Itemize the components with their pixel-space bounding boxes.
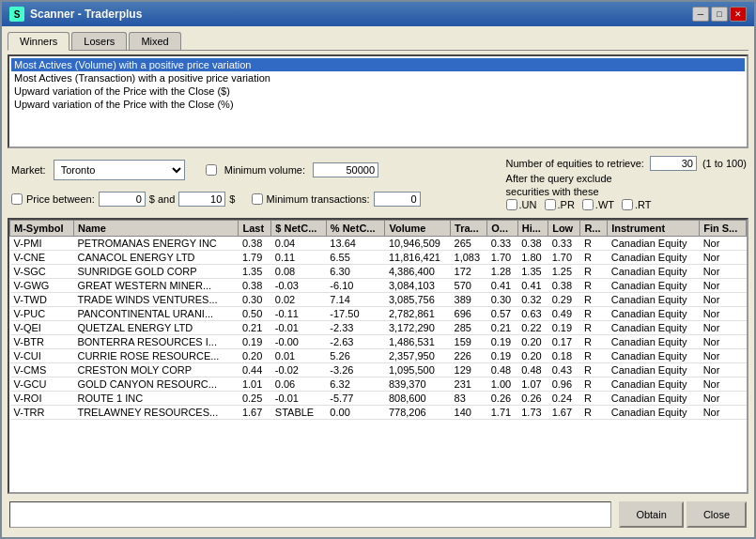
results-table-container[interactable]: M-Symbol Name Last $ NetC... % NetC... V…: [8, 218, 748, 494]
main-content: Winners Losers Mixed Most Actives (Volum…: [2, 26, 754, 537]
cell-row5-col4: -17.50: [326, 307, 385, 321]
cell-row11-col10: R: [580, 392, 608, 406]
tab-winners[interactable]: Winners: [8, 32, 69, 51]
cell-row10-col5: 839,370: [385, 377, 451, 392]
exclude-checkboxes: .UN .PR .WT: [506, 199, 747, 210]
cell-row8-col0: V-CUI: [10, 349, 74, 363]
cell-row6-col9: 0.19: [548, 321, 580, 335]
table-row[interactable]: V-SGCSUNRIDGE GOLD CORP1.350.086.304,386…: [10, 265, 747, 279]
cell-row3-col11: Canadian Equity: [608, 279, 700, 293]
cell-row10-col4: 6.32: [326, 377, 385, 392]
checkbox-wt[interactable]: [582, 199, 594, 210]
cell-row10-col6: 231: [451, 377, 487, 392]
scan-item-3[interactable]: Upward variation of the Price with the C…: [11, 98, 745, 111]
price-from-input[interactable]: [99, 192, 146, 207]
cell-row12-col7: 1.71: [487, 406, 517, 420]
cell-row9-col12: Nor: [700, 363, 747, 377]
label-un: .UN: [519, 199, 537, 210]
scan-item-1[interactable]: Most Actives (Transaction) with a positi…: [11, 71, 745, 85]
right-filters: Number of equities to retrieve: (1 to 10…: [506, 156, 747, 210]
table-row[interactable]: V-CMSCRESTON MOLY CORP0.44-0.02-3.261,09…: [10, 363, 747, 377]
min-transactions-checkbox[interactable]: [252, 193, 263, 205]
table-row[interactable]: V-PUCPANCONTINENTAL URANI...0.50-0.11-17…: [10, 307, 747, 321]
min-transactions-input[interactable]: [374, 192, 421, 207]
price-between-checkbox[interactable]: [11, 193, 23, 205]
cell-row5-col8: 0.63: [517, 307, 548, 321]
table-row[interactable]: V-ROIROUTE 1 INC0.25-0.01-5.77808,600830…: [10, 392, 747, 406]
cell-row9-col1: CRESTON MOLY CORP: [73, 363, 238, 377]
cell-row8-col2: 0.20: [239, 349, 271, 363]
minimize-button[interactable]: ─: [692, 7, 709, 22]
cb-pr: .PR: [545, 199, 575, 210]
close-button[interactable]: Close: [687, 501, 747, 528]
min-transactions-label: Minimum transactions:: [267, 193, 370, 205]
price-to-input[interactable]: [178, 192, 225, 207]
cell-row5-col5: 2,782,861: [385, 307, 451, 321]
market-select[interactable]: Toronto TSX TSX-V NYSE NASDAQ: [54, 160, 185, 180]
cell-row7-col7: 0.19: [487, 335, 517, 349]
tab-losers[interactable]: Losers: [71, 32, 127, 50]
tab-mixed[interactable]: Mixed: [129, 32, 180, 50]
checkbox-pr[interactable]: [545, 199, 556, 210]
cell-row6-col6: 285: [451, 321, 487, 335]
cell-row4-col4: 7.14: [326, 293, 385, 307]
table-row[interactable]: V-CUICURRIE ROSE RESOURCE...0.200.015.26…: [10, 349, 747, 363]
checkbox-un[interactable]: [506, 199, 517, 210]
table-body: V-PMIPETROMANAS ENERGY INC0.380.0413.641…: [10, 237, 747, 420]
cell-row1-col4: 6.55: [326, 251, 385, 265]
table-row[interactable]: V-GWGGREAT WESTERN MINER...0.38-0.03-6.1…: [10, 279, 747, 293]
cell-row4-col1: TRADE WINDS VENTURES...: [73, 293, 238, 307]
cell-row2-col0: V-SGC: [10, 265, 74, 279]
status-area: [9, 501, 611, 528]
cell-row1-col9: 1.70: [548, 251, 580, 265]
obtain-button[interactable]: Obtain: [619, 501, 683, 528]
cell-row6-col0: V-QEI: [10, 321, 74, 335]
cell-row7-col5: 1,486,531: [385, 335, 451, 349]
table-row[interactable]: V-BTRBONTERRA RESOURCES I...0.19-0.00-2.…: [10, 335, 747, 349]
table-row[interactable]: V-QEIQUETZAL ENERGY LTD0.21-0.01-2.333,1…: [10, 321, 747, 335]
cell-row3-col2: 0.38: [239, 279, 271, 293]
cell-row8-col11: Canadian Equity: [608, 349, 700, 363]
cell-row12-col12: Nor: [700, 406, 747, 420]
cell-row12-col5: 778,206: [385, 406, 451, 420]
cell-row4-col3: 0.02: [271, 293, 327, 307]
cell-row9-col11: Canadian Equity: [608, 363, 700, 377]
cell-row12-col10: R: [580, 406, 608, 420]
cell-row11-col7: 0.26: [487, 392, 517, 406]
scan-list-panel[interactable]: Most Actives (Volume) with a positive pr…: [8, 54, 748, 148]
label-pr: .PR: [558, 199, 575, 210]
cell-row8-col12: Nor: [700, 349, 747, 363]
table-row[interactable]: V-TRRTRELAWNEY RESOURCES...1.67STABLE0.0…: [10, 406, 747, 420]
cell-row4-col12: Nor: [700, 293, 747, 307]
cell-row5-col11: Canadian Equity: [608, 307, 700, 321]
min-volume-input[interactable]: [313, 162, 378, 177]
cell-row8-col6: 226: [451, 349, 487, 363]
table-row[interactable]: V-PMIPETROMANAS ENERGY INC0.380.0413.641…: [10, 237, 747, 251]
checkbox-rt[interactable]: [622, 199, 633, 210]
cell-row0-col7: 0.33: [487, 237, 517, 251]
table-row[interactable]: V-CNECANACOL ENERGY LTD1.790.116.5511,81…: [10, 251, 747, 265]
min-volume-checkbox[interactable]: [206, 164, 217, 176]
cell-row1-col7: 1.70: [487, 251, 517, 265]
table-row[interactable]: V-GCUGOLD CANYON RESOURC...1.010.066.328…: [10, 377, 747, 392]
cell-row7-col1: BONTERRA RESOURCES I...: [73, 335, 238, 349]
table-row[interactable]: V-TWDTRADE WINDS VENTURES...0.300.027.14…: [10, 293, 747, 307]
cell-row11-col5: 808,600: [385, 392, 451, 406]
cell-row2-col2: 1.35: [239, 265, 271, 279]
cell-row7-col12: Nor: [700, 335, 747, 349]
num-equities-input[interactable]: [650, 156, 697, 171]
cell-row9-col10: R: [580, 363, 608, 377]
cell-row8-col9: 0.18: [548, 349, 580, 363]
window-title: Scanner - Traderplus: [30, 8, 142, 21]
col-tra: Tra...: [451, 221, 487, 237]
cell-row12-col4: 0.00: [326, 406, 385, 420]
cell-row0-col9: 0.33: [548, 237, 580, 251]
cell-row8-col4: 5.26: [326, 349, 385, 363]
scan-item-0[interactable]: Most Actives (Volume) with a positive pr…: [11, 58, 745, 71]
cell-row1-col6: 1,083: [451, 251, 487, 265]
exclude-label: After the query exclude: [506, 173, 747, 184]
cell-row3-col4: -6.10: [326, 279, 385, 293]
maximize-button[interactable]: □: [711, 7, 728, 22]
scan-item-2[interactable]: Upward variation of the Price with the C…: [11, 85, 745, 98]
close-window-button[interactable]: ✕: [730, 7, 747, 22]
